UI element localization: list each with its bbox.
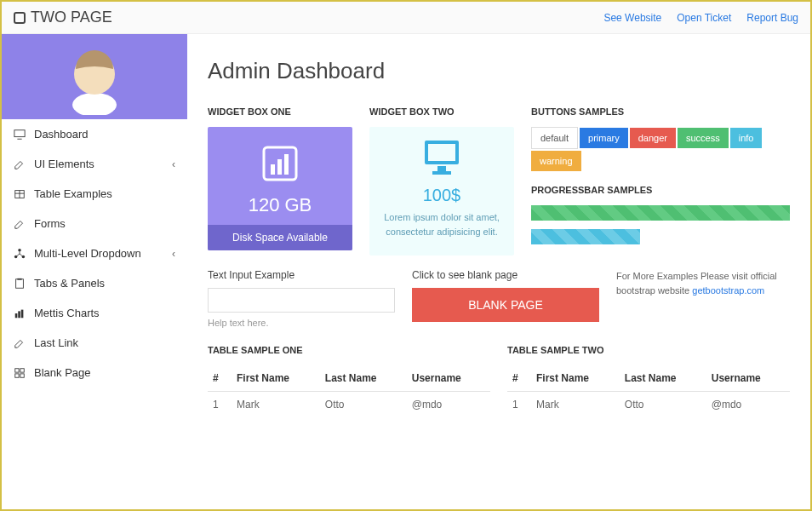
th-username: Username: [407, 365, 490, 392]
svg-rect-7: [16, 278, 24, 288]
sidebar-item-last-link[interactable]: Last Link: [2, 328, 187, 358]
svg-rect-12: [15, 368, 19, 371]
sidebar-item-dashboard[interactable]: Dashboard: [2, 119, 187, 149]
widget-one-caption: Disk Space Available: [208, 225, 352, 250]
sidebar-item-label: Multi-Level Dropdown: [34, 247, 141, 260]
avatar: [65, 38, 124, 115]
table-row: 1 Mark Otto @mdo: [507, 392, 790, 418]
svg-rect-10: [18, 311, 20, 318]
button-samples-row: default primary danger success info warn…: [531, 127, 790, 171]
svg-rect-22: [437, 166, 446, 171]
edit-icon: [14, 337, 26, 349]
svg-rect-13: [20, 368, 24, 371]
primary-button[interactable]: primary: [580, 128, 628, 148]
table-row: 1 Mark Otto @mdo: [208, 392, 490, 418]
chevron-left-icon: ‹: [172, 248, 175, 260]
see-website-link[interactable]: See Website: [603, 12, 661, 24]
sidebar-item-multi-level-dropdown[interactable]: Multi-Level Dropdown ‹: [2, 238, 187, 268]
report-bug-link[interactable]: Report Bug: [746, 12, 798, 24]
blank-page-label: Click to see blank page: [412, 269, 599, 281]
info-button[interactable]: info: [730, 128, 763, 148]
svg-rect-19: [284, 154, 289, 175]
sidebar: Dashboard UI Elements ‹ Table Examples F…: [2, 34, 187, 509]
edit-icon: [14, 158, 26, 170]
sidebar-item-ui-elements[interactable]: UI Elements ‹: [2, 149, 187, 179]
sidebar-item-label: Last Link: [34, 336, 78, 349]
th-num: #: [507, 365, 531, 392]
main: Admin Dashboard WIDGET BOX ONE 120 GB Di…: [187, 34, 810, 509]
th-lastname: Last Name: [320, 365, 407, 392]
td-num: 1: [208, 392, 232, 418]
getbootstrap-link[interactable]: getbootstrap.com: [692, 285, 764, 296]
table-two: # First Name Last Name Username 1 Mark O…: [507, 365, 790, 417]
sidebar-item-tabs-panels[interactable]: Tabs & Panels: [2, 268, 187, 298]
widget-two-value: 100$: [376, 186, 507, 205]
th-num: #: [208, 365, 232, 392]
avatar-wrap: [2, 34, 187, 119]
edit-icon: [14, 218, 26, 230]
bar-chart-icon: [208, 127, 352, 194]
sidebar-item-label: Forms: [34, 217, 66, 230]
widget-two: 100$ Lorem ipsum dolor sit amet, consect…: [369, 127, 514, 256]
sidebar-item-label: UI Elements: [34, 158, 94, 170]
td-firstname: Mark: [531, 392, 620, 418]
progress-2: [531, 229, 640, 244]
official-note: For More Examples Please visit official …: [616, 269, 790, 297]
th-firstname: First Name: [232, 365, 320, 392]
td-lastname: Otto: [320, 392, 407, 418]
page-title: Admin Dashboard: [208, 58, 790, 84]
clipboard-icon: [14, 278, 26, 290]
success-button[interactable]: success: [678, 128, 729, 148]
svg-rect-15: [20, 373, 24, 376]
svg-rect-23: [432, 171, 451, 175]
text-input-label: Text Input Example: [208, 269, 395, 281]
widget-one-title: WIDGET BOX ONE: [208, 106, 352, 117]
table-two-title: TABLE SAMPLE TWO: [507, 345, 790, 355]
sidebar-item-label: Mettis Charts: [34, 307, 100, 319]
svg-rect-17: [271, 164, 275, 175]
td-username: @mdo: [407, 392, 490, 418]
chevron-left-icon: ‹: [172, 158, 175, 170]
help-text: Help text here.: [208, 318, 395, 328]
svg-rect-8: [17, 278, 21, 279]
nav: Dashboard UI Elements ‹ Table Examples F…: [2, 119, 187, 388]
danger-button[interactable]: danger: [630, 128, 676, 148]
td-firstname: Mark: [232, 392, 320, 418]
widget-two-desc: Lorem ipsum dolor sit amet, consectetur …: [376, 210, 507, 238]
default-button[interactable]: default: [531, 127, 578, 149]
blank-page-button[interactable]: BLANK PAGE: [412, 288, 599, 322]
grid-icon: [14, 367, 26, 379]
progress-bar-blue: [531, 229, 640, 244]
td-lastname: Otto: [620, 392, 706, 418]
buttons-title: BUTTONS SAMPLES: [531, 106, 790, 117]
sidebar-item-table-examples[interactable]: Table Examples: [2, 179, 187, 209]
table-one: # First Name Last Name Username 1 Mark O…: [208, 365, 490, 417]
svg-rect-14: [15, 373, 19, 376]
svg-rect-2: [14, 129, 25, 136]
table-icon: [14, 188, 26, 200]
sidebar-item-label: Table Examples: [34, 187, 112, 200]
toplinks: See Website Open Ticket Report Bug: [603, 12, 798, 24]
sidebar-item-label: Blank Page: [34, 366, 91, 379]
widget-two-title: WIDGET BOX TWO: [369, 106, 514, 117]
sidebar-item-label: Tabs & Panels: [34, 277, 105, 290]
brand-name: TWO PAGE: [31, 9, 112, 26]
desktop-icon: [376, 139, 507, 179]
table-header-row: # First Name Last Name Username: [507, 365, 790, 392]
widget-one-value: 120 GB: [208, 194, 352, 225]
open-ticket-link[interactable]: Open Ticket: [677, 12, 731, 24]
sidebar-item-label: Dashboard: [34, 128, 89, 141]
sidebar-item-mettis-charts[interactable]: Mettis Charts: [2, 298, 187, 328]
progress-bar-green: [531, 205, 790, 221]
sidebar-item-blank-page[interactable]: Blank Page: [2, 358, 187, 388]
svg-point-0: [72, 93, 117, 115]
brand-icon: [14, 12, 26, 24]
th-firstname: First Name: [531, 365, 620, 392]
brand[interactable]: TWO PAGE: [14, 9, 112, 26]
td-num: 1: [507, 392, 531, 418]
text-input[interactable]: [208, 288, 395, 313]
svg-rect-9: [15, 313, 18, 318]
sidebar-item-forms[interactable]: Forms: [2, 209, 187, 238]
warning-button[interactable]: warning: [531, 151, 581, 171]
topbar: TWO PAGE See Website Open Ticket Report …: [2, 2, 810, 34]
